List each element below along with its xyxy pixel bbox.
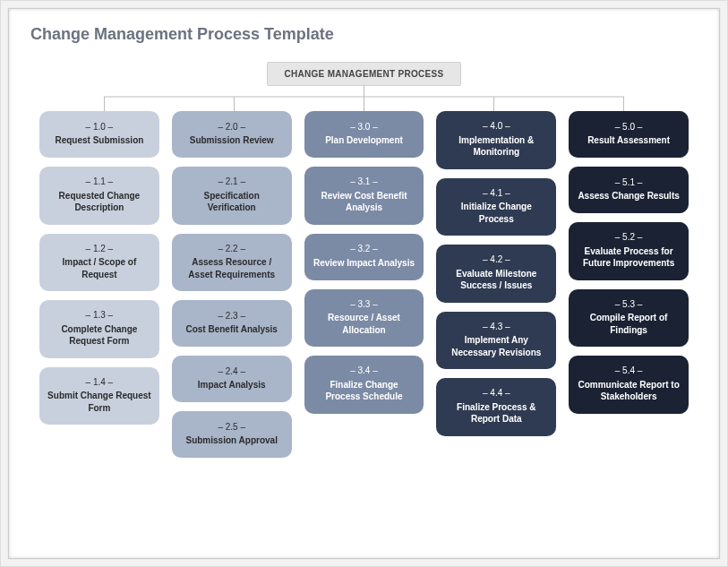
node-2-1: – 2.1 – Specification Verification [172, 167, 292, 225]
node-label: Submission Approval [179, 434, 285, 447]
node-4-3: – 4.3 – Implement Any Necessary Revision… [436, 312, 556, 370]
node-label: Impact Analysis [179, 379, 285, 391]
node-number: – 1.3 – [47, 309, 152, 322]
node-number: – 3.0 – [312, 121, 417, 133]
node-label: Complete Change Request Form [47, 323, 152, 348]
node-5-3: – 5.3 – Compile Report of Findings [569, 289, 689, 348]
node-number: – 5.1 – [576, 176, 681, 189]
node-3-3: – 3.3 – Resource / Asset Allocation [304, 289, 424, 348]
node-1-1: – 1.1 – Requested Change Description [39, 167, 159, 225]
node-label: Initialize Change Process [443, 201, 549, 225]
node-number: – 4.4 – [443, 387, 549, 399]
node-label: Communicate Report to Stakeholders [576, 379, 681, 403]
node-label: Implement Any Necessary Revisions [443, 334, 549, 358]
node-5-2: – 5.2 – Evaluate Process for Future Impr… [569, 222, 689, 280]
node-label: Evaluate Milestone Success / Issues [443, 268, 549, 292]
connector-svg [39, 86, 689, 111]
node-label: Assess Change Results [576, 190, 681, 202]
node-label: Cost Benefit Analysis [179, 323, 285, 336]
node-label: Compile Report of Findings [576, 312, 681, 336]
node-label: Plan Development [312, 134, 417, 147]
column-head-5: – 5.0 – Result Assessment [569, 111, 689, 158]
node-number: – 3.4 – [312, 365, 417, 377]
page-title: Change Management Process Template [30, 25, 698, 44]
node-4-2: – 4.2 – Evaluate Milestone Success / Iss… [436, 245, 556, 303]
column-head-3: – 3.0 – Plan Development [304, 111, 424, 158]
node-2-2: – 2.2 – Assess Resource / Asset Requirem… [172, 234, 292, 292]
node-number: – 2.3 – [179, 310, 285, 322]
column-3: – 3.0 – Plan Development – 3.1 – Review … [304, 111, 424, 458]
node-number: – 4.2 – [443, 253, 549, 266]
columns: – 1.0 – Request Submission – 1.1 – Reque… [30, 111, 698, 458]
node-number: – 2.2 – [179, 243, 285, 255]
node-label: Finalize Change Process Schedule [312, 379, 417, 403]
node-number: – 1.2 – [47, 243, 152, 255]
node-number: – 4.1 – [443, 187, 549, 200]
node-2-3: – 2.3 – Cost Benefit Analysis [172, 300, 292, 347]
node-label: Submit Change Request Form [47, 390, 152, 414]
node-number: – 2.0 – [179, 121, 285, 133]
node-1-4: – 1.4 – Submit Change Request Form [39, 367, 159, 425]
node-1-3: – 1.3 – Complete Change Request Form [39, 300, 159, 358]
column-head-4: – 4.0 – Implementation & Monitoring [436, 111, 556, 169]
node-number: – 5.2 – [576, 231, 681, 244]
window-frame: Change Management Process Template CHANG… [0, 0, 728, 567]
node-2-5: – 2.5 – Submission Approval [172, 411, 292, 458]
node-label: Review Impact Analysis [312, 257, 417, 270]
column-2: – 2.0 – Submission Review – 2.1 – Specif… [172, 111, 292, 458]
node-number: – 2.4 – [179, 365, 285, 378]
node-number: – 4.3 – [443, 321, 549, 333]
node-number: – 5.0 – [576, 121, 681, 133]
node-label: Result Assessment [576, 134, 681, 147]
node-label: Resource / Asset Allocation [312, 312, 417, 336]
node-number: – 4.0 – [443, 120, 549, 133]
node-label: Requested Change Description [47, 190, 152, 214]
node-number: – 2.1 – [179, 176, 285, 188]
node-1-2: – 1.2 – Impact / Scope of Request [39, 234, 159, 292]
node-3-2: – 3.2 – Review Impact Analysis [304, 234, 424, 280]
node-number: – 5.3 – [576, 298, 681, 311]
node-number: – 3.2 – [312, 243, 417, 255]
node-label: Specification Verification [179, 190, 285, 214]
root-node: CHANGE MANAGEMENT PROCESS [267, 62, 460, 86]
node-number: – 2.5 – [179, 421, 285, 434]
node-label: Request Submission [47, 134, 152, 147]
node-number: – 3.1 – [312, 176, 417, 188]
column-4: – 4.0 – Implementation & Monitoring – 4.… [436, 111, 556, 458]
node-label: Impact / Scope of Request [47, 256, 152, 280]
column-1: – 1.0 – Request Submission – 1.1 – Reque… [39, 111, 159, 458]
node-label: Assess Resource / Asset Requirements [179, 256, 285, 280]
root-row: CHANGE MANAGEMENT PROCESS [30, 62, 698, 86]
node-label: Review Cost Benefit Analysis [312, 190, 417, 214]
node-4-4: – 4.4 – Finalize Process & Report Data [436, 378, 556, 436]
node-5-1: – 5.1 – Assess Change Results [569, 167, 689, 213]
document-page: Change Management Process Template CHANG… [8, 8, 720, 559]
node-2-4: – 2.4 – Impact Analysis [172, 356, 292, 402]
column-5: – 5.0 – Result Assessment – 5.1 – Assess… [569, 111, 689, 458]
node-3-1: – 3.1 – Review Cost Benefit Analysis [304, 167, 424, 225]
node-5-4: – 5.4 – Communicate Report to Stakeholde… [569, 356, 689, 414]
node-number: – 1.1 – [47, 176, 152, 188]
column-head-2: – 2.0 – Submission Review [172, 111, 292, 158]
node-number: – 3.3 – [312, 298, 417, 311]
node-label: Evaluate Process for Future Improvements [576, 245, 681, 270]
node-number: – 1.4 – [47, 376, 152, 389]
node-number: – 5.4 – [576, 365, 681, 377]
connector-area [39, 86, 689, 111]
node-number: – 1.0 – [47, 121, 152, 133]
node-label: Submission Review [179, 134, 285, 147]
node-4-1: – 4.1 – Initialize Change Process [436, 178, 556, 236]
column-head-1: – 1.0 – Request Submission [39, 111, 159, 158]
node-label: Finalize Process & Report Data [443, 401, 549, 425]
node-label: Implementation & Monitoring [443, 134, 549, 159]
node-3-4: – 3.4 – Finalize Change Process Schedule [304, 356, 424, 414]
